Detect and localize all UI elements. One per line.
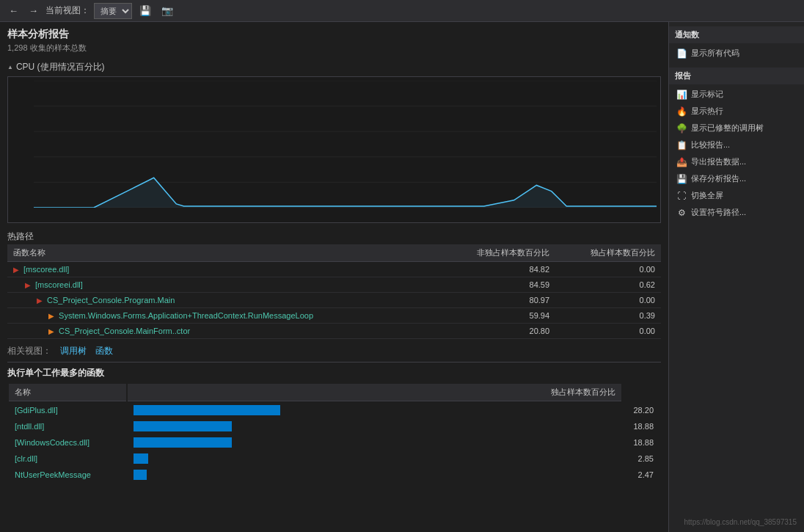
- sidebar-icon: 💾: [676, 174, 687, 184]
- hot-path-title: 热路径: [7, 230, 661, 243]
- exclusive-cell: 84.82: [439, 262, 555, 277]
- sidebar-item-label: 显示热行: [691, 106, 723, 117]
- func-name-cell[interactable]: ▶ [mscoree.dll]: [7, 262, 439, 277]
- sidebar-icon: ⚙: [676, 208, 687, 218]
- inclusive-cell: 0.00: [555, 324, 661, 339]
- sidebar-item[interactable]: ⚙设置符号路径...: [669, 204, 804, 221]
- main-layout: 样本分析报告 1,298 收集的样本总数 CPU (使用情况百分比) 100 8…: [0, 22, 804, 532]
- sidebar-item[interactable]: 🔥显示热行: [669, 103, 804, 120]
- func-name-cell[interactable]: ▶ CS_Project_Console.MainForm..ctor: [7, 324, 439, 339]
- bar-col-name: 名称: [9, 384, 126, 401]
- list-item: [clr.dll] 2.85: [9, 451, 659, 466]
- sidebar-item-label: 保存分析报告...: [691, 173, 746, 184]
- bar-fill: [134, 453, 148, 464]
- bar-name-cell[interactable]: NtUserPeekMessage: [9, 467, 126, 482]
- sidebar-item-label: 显示标记: [691, 89, 723, 100]
- sidebar-item-label: 设置符号路径...: [691, 207, 746, 218]
- sidebar-icon: 📊: [676, 90, 687, 100]
- related-views: 相关视图： 调用树 函数: [7, 345, 661, 357]
- sidebar-icon: ⛶: [676, 191, 687, 201]
- related-link-calltree[interactable]: 调用树: [60, 345, 87, 357]
- inclusive-cell: 0.39: [555, 308, 661, 324]
- sidebar-item[interactable]: 📋比较报告...: [669, 136, 804, 153]
- bar-num-cell: 2.85: [623, 451, 659, 466]
- list-item: [GdiPlus.dll] 28.20: [9, 403, 659, 418]
- sidebar-item-label: 比较报告...: [691, 139, 730, 150]
- sidebar-icon: 📄: [676, 48, 687, 59]
- page-subtitle: 1,298 收集的样本总数: [7, 43, 661, 54]
- bar-num-cell: 18.88: [623, 419, 659, 434]
- sidebar-icon: 🌳: [676, 123, 687, 134]
- sidebar-icon: 🔥: [676, 106, 687, 117]
- bottom-title: 执行单个工作最多的函数: [7, 367, 661, 379]
- list-item: [ntdll.dll] 18.88: [9, 419, 659, 434]
- inclusive-cell: 0.00: [555, 262, 661, 277]
- list-item: [WindowsCodecs.dll] 18.88: [9, 435, 659, 450]
- func-name-cell[interactable]: ▶ [mscoreei.dll]: [7, 277, 439, 293]
- table-row: ▶ CS_Project_Console.MainForm..ctor 20.8…: [7, 324, 661, 339]
- sidebar-icon: 📋: [676, 140, 687, 150]
- exclusive-cell: 20.80: [439, 324, 555, 339]
- bar-value-cell: [128, 467, 621, 482]
- bar-name-cell[interactable]: [ntdll.dll]: [9, 419, 126, 434]
- sidebar: 通知数 📄显示所有代码 报告 📊显示标记🔥显示热行🌳显示已修整的调用树📋比较报告…: [668, 22, 804, 532]
- sidebar-item[interactable]: 💾保存分析报告...: [669, 170, 804, 187]
- func-name-cell[interactable]: ▶ CS_Project_Console.Program.Main: [7, 293, 439, 308]
- hot-path-table: 函数名称 非独占样本数百分比 独占样本数百分比 ▶ [mscoree.dll] …: [7, 244, 661, 339]
- bar-value-cell: [128, 419, 621, 434]
- table-row: ▶ CS_Project_Console.Program.Main 80.97 …: [7, 293, 661, 308]
- func-name-cell[interactable]: ▶ System.Windows.Forms.Application+Threa…: [7, 308, 439, 324]
- sidebar-item[interactable]: 📤导出报告数据...: [669, 153, 804, 170]
- table-row: ▶ [mscoree.dll] 84.82 0.00: [7, 262, 661, 277]
- sidebar-reports-title: 报告: [669, 68, 804, 84]
- hot-path-section: 热路径 函数名称 非独占样本数百分比 独占样本数百分比 ▶ [mscoree.d…: [7, 230, 661, 339]
- sidebar-item[interactable]: 🌳显示已修整的调用树: [669, 120, 804, 136]
- sidebar-item-label: 显示所有代码: [691, 48, 739, 59]
- sidebar-notifications-title: 通知数: [669, 26, 804, 43]
- page-title: 样本分析报告: [7, 28, 661, 41]
- sidebar-item-label: 显示已修整的调用树: [691, 123, 764, 134]
- bar-table: 名称 独占样本数百分比 [GdiPlus.dll] 28.20 [ntdll.d…: [7, 382, 661, 484]
- cpu-chart: 100 80 60 40 20 0 2秒 4秒 6秒 8秒: [7, 76, 661, 223]
- bar-name-cell[interactable]: [clr.dll]: [9, 451, 126, 466]
- bar-value-cell: [128, 451, 621, 466]
- table-row: ▶ [mscoreei.dll] 84.59 0.62: [7, 277, 661, 293]
- bar-name-cell[interactable]: [GdiPlus.dll]: [9, 403, 126, 418]
- bar-value-cell: [128, 403, 621, 418]
- sidebar-item[interactable]: ⛶切换全屏: [669, 187, 804, 204]
- bar-num-cell: 18.88: [623, 435, 659, 450]
- col-func-name: 函数名称: [7, 244, 439, 262]
- inclusive-cell: 0.00: [555, 293, 661, 308]
- related-link-functions[interactable]: 函数: [95, 345, 113, 357]
- bar-fill: [134, 470, 147, 480]
- exclusive-cell: 59.94: [439, 308, 555, 324]
- col-exclusive: 非独占样本数百分比: [439, 244, 555, 262]
- exclusive-cell: 84.59: [439, 277, 555, 293]
- bar-fill: [134, 421, 232, 431]
- camera-button[interactable]: 📷: [158, 4, 176, 18]
- sidebar-item[interactable]: 📄显示所有代码: [669, 45, 804, 62]
- exclusive-cell: 80.97: [439, 293, 555, 308]
- table-row: ▶ System.Windows.Forms.Application+Threa…: [7, 308, 661, 324]
- content-area: 样本分析报告 1,298 收集的样本总数 CPU (使用情况百分比) 100 8…: [0, 22, 668, 532]
- cpu-chart-svg: 100 80 60 40 20 0 2秒 4秒 6秒 8秒: [34, 81, 657, 208]
- toolbar: ← → 当前视图： 摘要 💾 📷: [0, 0, 804, 22]
- bar-num-cell: 2.47: [623, 467, 659, 482]
- save-button[interactable]: 💾: [136, 4, 154, 18]
- sidebar-item-label: 切换全屏: [691, 190, 723, 201]
- sidebar-reports: 📊显示标记🔥显示热行🌳显示已修整的调用树📋比较报告...📤导出报告数据...💾保…: [669, 86, 804, 221]
- sidebar-icon: 📤: [676, 157, 687, 167]
- col-inclusive: 独占样本数百分比: [555, 244, 661, 262]
- current-view-label: 当前视图：: [45, 4, 89, 17]
- list-item: NtUserPeekMessage 2.47: [9, 467, 659, 482]
- bar-fill: [134, 437, 232, 448]
- back-button[interactable]: ←: [6, 4, 21, 18]
- related-label: 相关视图：: [7, 345, 51, 357]
- view-select[interactable]: 摘要: [94, 3, 132, 19]
- forward-button[interactable]: →: [26, 4, 41, 18]
- sidebar-item[interactable]: 📊显示标记: [669, 86, 804, 103]
- sidebar-notifications: 📄显示所有代码: [669, 45, 804, 62]
- bar-name-cell[interactable]: [WindowsCodecs.dll]: [9, 435, 126, 450]
- bar-num-cell: 28.20: [623, 403, 659, 418]
- bar-value-cell: [128, 435, 621, 450]
